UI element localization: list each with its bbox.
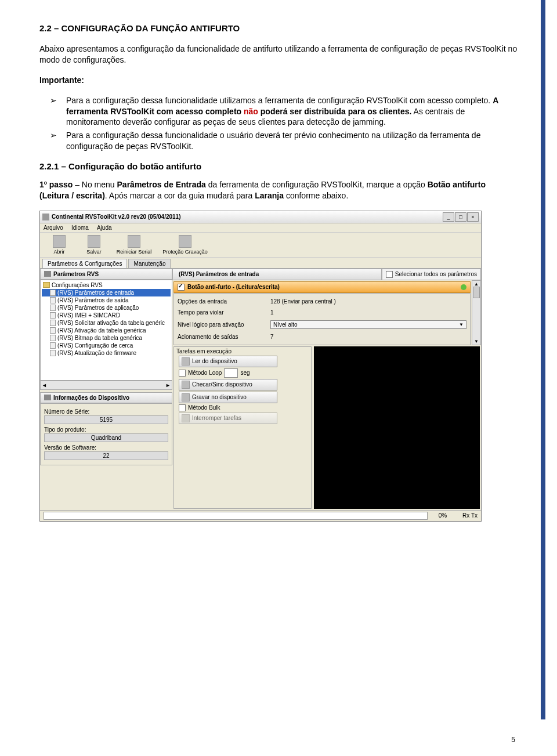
toolbar: Abrir Salvar Reiniciar Serial Proteção G…: [40, 233, 481, 258]
doc-icon: [50, 350, 56, 356]
tab-manutencao[interactable]: Manutenção: [128, 259, 171, 268]
save-icon: [88, 235, 100, 248]
progress-bar: [44, 512, 428, 520]
toolbar-protecao-gravacao[interactable]: Proteção Gravação: [158, 235, 212, 255]
menu-arquivo[interactable]: Arquivo: [44, 225, 63, 231]
section-heading: 2.2 – CONFIGURAÇÃO DA FUNÇÃO ANTIFURTO: [39, 23, 518, 33]
product-type-value: Quadriband: [44, 433, 168, 442]
tree-item-parametros-aplicacao[interactable]: (RVS) Parâmetros de aplicação: [42, 304, 171, 312]
field-nivel-logico-dropdown[interactable]: Nível alto▼: [270, 320, 466, 329]
bullet-2-text: Para a configuração dessa funcionalidade…: [66, 130, 518, 152]
tree-item-bitmap-tabela[interactable]: (RVS) Bitmap da tabela genérica: [42, 334, 171, 342]
panel-parametros-rvs-header: Parâmetros RVS: [40, 269, 172, 280]
doc-icon: [50, 312, 56, 319]
doc-icon: [50, 327, 56, 334]
statusbar: 0% Rx Tx: [40, 510, 481, 521]
write-icon: [182, 393, 190, 401]
tree-h-scrollbar[interactable]: ◄►: [40, 381, 172, 390]
field-nivel-logico-label: Nível lógico para ativação: [178, 321, 270, 328]
bullet-1-text: Para a configuração dessa funcionalidade…: [66, 95, 518, 128]
check-sync-button[interactable]: Checar/Sinc dispositivo: [179, 379, 277, 390]
tab-strip: Parâmetros & Configurações Manutenção: [40, 258, 481, 268]
config-tree[interactable]: Configurações RVS (RVS) Parâmetros de en…: [40, 280, 172, 381]
loop-option[interactable]: Método Loopseg: [179, 368, 277, 378]
read-device-button[interactable]: Ler do dispositivo: [179, 356, 277, 367]
status-dot-icon: [461, 284, 466, 290]
checkbox-checked-icon[interactable]: [178, 284, 185, 291]
scroll-left-icon[interactable]: ◄: [42, 382, 47, 388]
tree-item-parametros-saida[interactable]: (RVS) Parâmetros de saída: [42, 296, 171, 304]
doc-icon: [50, 335, 56, 341]
restart-icon: [128, 235, 140, 248]
serial-value: 5195: [44, 415, 168, 424]
folder-icon: [43, 282, 50, 288]
rx-tx-indicator: Rx Tx: [454, 512, 481, 519]
tree-root[interactable]: Configurações RVS: [42, 281, 171, 289]
lock-icon: [179, 235, 191, 248]
tab-parametros[interactable]: Parâmetros & Configurações: [42, 259, 127, 268]
app-icon: [42, 214, 49, 220]
importante-label: Importante:: [39, 75, 518, 86]
read-icon: [182, 357, 190, 366]
sync-icon: [182, 381, 190, 389]
device-info-panel: Número de Série:5195 Tipo do produto:Qua…: [40, 403, 172, 465]
tree-item-config-cerca[interactable]: (RVS) Configuração de cerca: [42, 342, 171, 349]
minimize-button[interactable]: _: [443, 212, 454, 222]
close-button[interactable]: ×: [467, 212, 479, 222]
tree-item-ativacao-tabela[interactable]: (RVS) Ativação da tabela genérica: [42, 327, 171, 334]
software-version-label: Versão de Software:: [44, 444, 168, 451]
checkbox-icon[interactable]: [179, 370, 186, 377]
toolbar-salvar[interactable]: Salvar: [78, 235, 110, 255]
stop-icon: [182, 414, 190, 422]
maximize-button[interactable]: □: [455, 212, 466, 222]
bullet-arrow-icon: ➢: [39, 95, 66, 128]
menubar: Arquivo Idioma Ajuda: [40, 223, 481, 233]
field-opcoes-entrada-value[interactable]: 128 (Enviar para central ): [270, 298, 466, 305]
menu-idioma[interactable]: Idioma: [71, 225, 89, 231]
doc-icon: [50, 342, 56, 349]
titlebar: Continental RVSToolKit v2.0 rev20 (05/04…: [40, 211, 481, 223]
page-side-bar: [541, 0, 545, 719]
subsection-heading: 2.2.1 – Configuração do botão antifurto: [39, 161, 518, 171]
panel-parametros-entrada-header: (RVS) Parâmetros de entrada: [172, 269, 382, 280]
doc-icon: [50, 297, 56, 303]
chevron-down-icon: ▼: [459, 322, 464, 327]
bulk-option[interactable]: Método Bulk: [179, 404, 277, 411]
antifurto-group-header[interactable]: Botão anti-furto - (Leitura/escrita): [173, 281, 471, 293]
checkbox-icon[interactable]: [179, 404, 186, 411]
menu-ajuda[interactable]: Ajuda: [97, 225, 112, 231]
panel-info-dispositivo-header: Informações do Dispositivo: [40, 392, 172, 403]
field-tempo-violar-value[interactable]: 1: [270, 309, 466, 316]
doc-icon: [50, 290, 56, 296]
open-icon: [53, 235, 66, 248]
panel-icon: [44, 395, 51, 400]
field-tempo-violar-label: Tempo para violar: [178, 309, 270, 316]
intro-paragraph: Abaixo apresentamos a configuração da fu…: [39, 44, 518, 66]
scroll-right-icon[interactable]: ►: [165, 382, 171, 388]
tree-item-atualizacao-firmware[interactable]: (RVS) Atualização de firmware: [42, 349, 171, 357]
fields-v-scrollbar[interactable]: ▲ ▼: [472, 280, 481, 345]
write-device-button[interactable]: Gravar no dispositivo: [179, 392, 277, 403]
select-all-parameters[interactable]: Selecionar todos os parâmetros: [382, 269, 481, 280]
bullet-list: ➢ Para a configuração dessa funcionalida…: [39, 95, 518, 152]
scroll-thumb[interactable]: [473, 287, 480, 298]
field-acionamento-saidas-label: Acionamento de saídas: [178, 334, 270, 340]
tree-item-parametros-entrada[interactable]: (RVS) Parâmetros de entrada: [42, 289, 171, 296]
bullet-arrow-icon: ➢: [39, 130, 66, 152]
app-window: Continental RVSToolKit v2.0 rev20 (05/04…: [39, 211, 482, 522]
page-number: 5: [511, 736, 515, 744]
window-title: Continental RVSToolKit v2.0 rev20 (05/04…: [52, 214, 443, 220]
checkbox-icon[interactable]: [386, 271, 393, 278]
scroll-up-icon[interactable]: ▲: [474, 281, 479, 287]
panel-icon: [44, 271, 51, 277]
scroll-down-icon[interactable]: ▼: [474, 339, 479, 344]
software-version-value: 22: [44, 451, 168, 460]
tasks-panel: Tarefas em execução Ler do dispositivo M…: [173, 346, 312, 509]
toolbar-abrir[interactable]: Abrir: [44, 235, 75, 255]
field-acionamento-saidas-value[interactable]: 7: [270, 334, 466, 340]
tree-item-imei-simcard[interactable]: (RVS) IMEI + SIMCARD: [42, 312, 171, 319]
tree-item-solicitar-ativacao[interactable]: (RVS) Solicitar ativação da tabela genér…: [42, 319, 171, 327]
stop-tasks-button[interactable]: Interromper tarefas: [179, 413, 277, 424]
loop-seconds-spinner[interactable]: [224, 368, 238, 378]
toolbar-reiniciar-serial[interactable]: Reiniciar Serial: [113, 235, 155, 255]
